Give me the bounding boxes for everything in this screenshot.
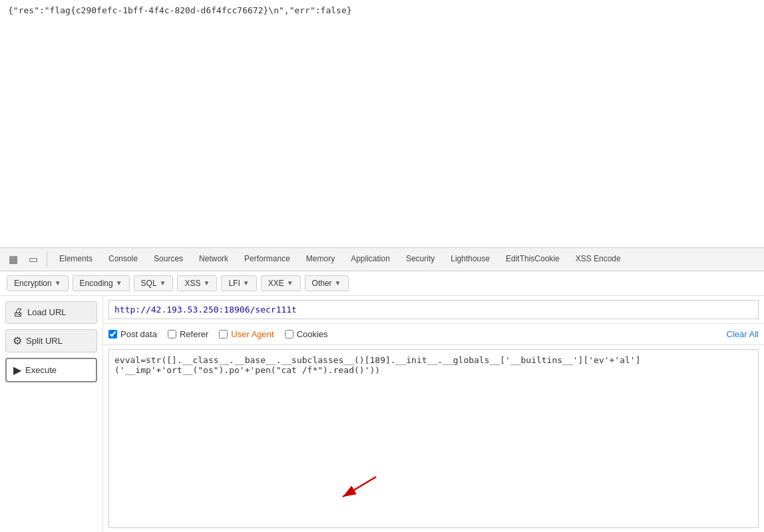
user-agent-checkbox[interactable] [219, 330, 228, 338]
xxe-arrow-icon: ▼ [287, 279, 293, 287]
load-url-icon: 🖨 [13, 307, 23, 319]
device-icon[interactable]: ▭ [24, 250, 43, 269]
sql-label: SQL [141, 279, 157, 288]
split-url-icon: ⚙ [13, 334, 22, 347]
tab-network[interactable]: Network [191, 248, 236, 271]
xss-arrow-icon: ▼ [204, 279, 210, 287]
load-url-label: Load URL [27, 307, 67, 317]
tab-performance[interactable]: Performance [236, 248, 298, 271]
split-url-button[interactable]: ⚙ Split URL [5, 329, 97, 352]
tab-editthiscookie[interactable]: EditThisCookie [498, 248, 568, 271]
encryption-label: Encryption [14, 279, 52, 288]
tab-security[interactable]: Security [398, 248, 443, 271]
user-agent-label: User Agent [231, 329, 274, 339]
xss-btn[interactable]: XSS ▼ [177, 275, 217, 291]
execute-button[interactable]: ▶ Execute [5, 358, 97, 382]
response-text: {"res":"flag{c290fefc-1bff-4f4c-820d-d6f… [8, 5, 352, 15]
tab-memory[interactable]: Memory [298, 248, 343, 271]
url-row [103, 296, 764, 324]
tab-sources[interactable]: Sources [146, 248, 191, 271]
cookies-label: Cookies [297, 329, 328, 339]
post-data-textarea[interactable] [108, 349, 759, 529]
xxe-label: XXE [268, 279, 284, 288]
inspect-icon[interactable]: ▦ [4, 250, 23, 269]
encryption-btn[interactable]: Encryption ▼ [7, 275, 69, 291]
tab-console[interactable]: Console [100, 248, 146, 271]
execute-label: Execute [25, 365, 57, 375]
load-url-button[interactable]: 🖨 Load URL [5, 301, 97, 324]
tab-lighthouse[interactable]: Lighthouse [443, 248, 498, 271]
encoding-btn[interactable]: Encoding ▼ [73, 275, 130, 291]
execute-icon: ▶ [13, 364, 21, 376]
lfi-label: LFI [228, 279, 240, 288]
other-arrow-icon: ▼ [335, 279, 341, 287]
separator [47, 251, 47, 267]
post-data-label: Post data [120, 329, 157, 339]
xss-label: XSS [184, 279, 200, 288]
xxe-btn[interactable]: XXE ▼ [261, 275, 301, 291]
referer-checkbox[interactable] [168, 330, 176, 338]
right-panel: Post data Referer User Agent Cookies Cle… [103, 296, 764, 533]
referer-checkbox-item[interactable]: Referer [168, 329, 208, 339]
user-agent-checkbox-item[interactable]: User Agent [219, 329, 274, 339]
lfi-btn[interactable]: LFI ▼ [221, 275, 256, 291]
cookies-checkbox[interactable] [285, 330, 293, 338]
post-data-checkbox-item[interactable]: Post data [108, 329, 157, 339]
cookies-checkbox-item[interactable]: Cookies [285, 329, 328, 339]
toolbar-row: Encryption ▼ Encoding ▼ SQL ▼ XSS ▼ LFI … [0, 271, 764, 296]
split-url-label: Split URL [26, 336, 63, 346]
post-data-checkbox[interactable] [108, 330, 117, 338]
devtools-tabs: Elements Console Sources Network Perform… [51, 248, 629, 271]
url-input[interactable] [108, 300, 759, 319]
other-btn[interactable]: Other ▼ [305, 275, 349, 291]
checkboxes-row: Post data Referer User Agent Cookies Cle… [103, 324, 764, 345]
lfi-arrow-icon: ▼ [243, 279, 250, 287]
response-area: {"res":"flag{c290fefc-1bff-4f4c-820d-d6f… [0, 0, 764, 247]
devtools-bar: ▦ ▭ Elements Console Sources Network Per… [0, 247, 764, 271]
textarea-container [103, 345, 764, 533]
left-sidebar: 🖨 Load URL ⚙ Split URL ▶ Execute [0, 296, 103, 533]
tab-application[interactable]: Application [343, 248, 398, 271]
tab-xss-encode[interactable]: XSS Encode [568, 248, 629, 271]
encryption-arrow-icon: ▼ [55, 279, 61, 287]
sql-arrow-icon: ▼ [160, 279, 166, 287]
main-panel: 🖨 Load URL ⚙ Split URL ▶ Execute Post da… [0, 296, 764, 533]
encoding-arrow-icon: ▼ [116, 279, 122, 287]
tab-elements[interactable]: Elements [51, 248, 100, 271]
referer-label: Referer [180, 329, 208, 339]
encoding-label: Encoding [80, 279, 113, 288]
other-label: Other [312, 279, 332, 288]
clear-all-button[interactable]: Clear All [727, 329, 759, 339]
sql-btn[interactable]: SQL ▼ [134, 275, 174, 291]
